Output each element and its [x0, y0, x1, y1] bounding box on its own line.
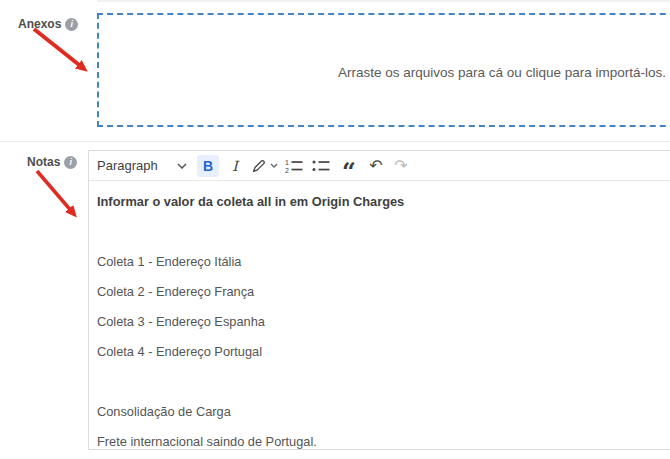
bulleted-list-icon — [312, 159, 330, 173]
dropzone-text: Arraste os arquivos para cá ou clique pa… — [338, 65, 666, 80]
chevron-down-icon — [177, 163, 187, 169]
editor-paragraph: Coleta 3 - Endereço Espanha — [97, 312, 670, 332]
editor-toolbar: Paragraph B I 1 2 — [89, 151, 670, 181]
info-icon[interactable]: i — [65, 18, 78, 31]
editor-paragraph — [97, 222, 670, 242]
notas-label-group: Notas i — [27, 155, 77, 169]
editor-paragraph: Coleta 4 - Endereço Portugal — [97, 342, 670, 362]
redo-button[interactable]: ↷ — [390, 155, 412, 177]
cutoff-element-edge — [97, 0, 670, 2]
editor-paragraph: Consolidação de Carga — [97, 402, 670, 422]
file-dropzone[interactable]: Arraste os arquivos para cá ou clique pa… — [97, 13, 670, 127]
pen-icon — [251, 158, 267, 174]
section-divider — [0, 141, 670, 142]
paragraph-style-label: Paragraph — [97, 158, 158, 173]
highlight-pen-button[interactable] — [251, 158, 278, 174]
editor-content[interactable]: Informar o valor da coleta all in em Ori… — [89, 181, 670, 452]
chevron-down-icon — [270, 163, 278, 168]
anexos-label-group: Anexos i — [18, 17, 78, 31]
paragraph-style-dropdown[interactable]: Paragraph — [97, 158, 187, 173]
notas-label: Notas — [27, 155, 60, 169]
anexos-arrow — [34, 29, 83, 68]
info-icon[interactable]: i — [64, 156, 77, 169]
info-icon-glyph: i — [70, 158, 73, 167]
svg-text:2: 2 — [285, 166, 289, 173]
undo-button[interactable]: ↶ — [365, 155, 387, 177]
editor-paragraph: Coleta 2 - Endereço França — [97, 282, 670, 302]
italic-button[interactable]: I — [224, 155, 246, 177]
info-icon-glyph: i — [71, 20, 74, 29]
notes-editor: Paragraph B I 1 2 — [88, 150, 670, 450]
bold-button[interactable]: B — [197, 155, 219, 177]
svg-text:1: 1 — [285, 159, 289, 166]
bulleted-list-button[interactable] — [310, 155, 332, 177]
notas-arrow — [37, 171, 73, 213]
anexos-label: Anexos — [18, 17, 61, 31]
numbered-list-icon: 1 2 — [285, 159, 303, 173]
numbered-list-button[interactable]: 1 2 — [283, 155, 305, 177]
blockquote-button[interactable]: “ — [338, 149, 360, 183]
editor-paragraph — [97, 372, 670, 392]
editor-paragraph: Informar o valor da coleta all in em Ori… — [97, 192, 670, 212]
editor-paragraph: Frete internacional saindo de Portugal. — [97, 432, 670, 452]
editor-paragraph: Coleta 1 - Endereço Itália — [97, 252, 670, 272]
